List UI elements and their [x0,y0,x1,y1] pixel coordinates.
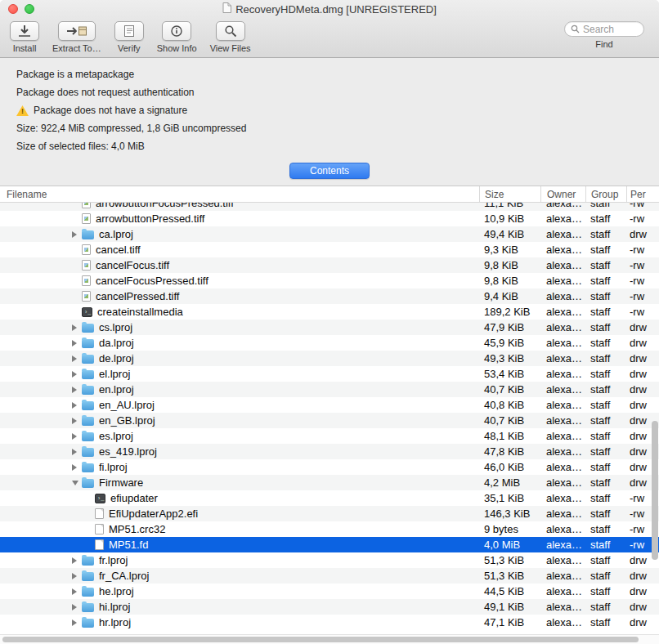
column-header-filename[interactable]: Filename [0,186,479,202]
table-row[interactable]: createinstallmedia189,2 KiBalexa…staff-r… [0,304,659,320]
size-cell: 9,3 KiB [479,244,540,256]
disclosure-triangle-icon[interactable] [72,340,82,347]
vertical-scrollbar-thumb[interactable] [652,421,658,560]
group-cell: staff [585,585,626,597]
table-row[interactable]: MP51.fd4,0 MiBalexa…staff-rw [0,537,659,552]
table-row[interactable]: ca.lproj49,4 KiBalexa…staffdrw [0,226,659,242]
close-button[interactable] [8,4,18,14]
size-cell: 40,7 KiB [479,414,540,427]
filename-label: efiupdater [110,492,158,504]
disclosure-triangle-icon[interactable] [72,557,82,564]
table-row[interactable]: de.lproj49,3 KiBalexa…staffdrw [0,351,659,366]
table-row[interactable]: fr.lproj51,3 KiBalexa…staffdrw [0,552,659,568]
table-row[interactable]: MP51.crc329 bytesalexa…staff-rw [0,521,659,537]
folder-icon [82,479,94,488]
table-row[interactable]: cancel.tiff9,3 KiBalexa…staff-rw [0,242,659,257]
disclosure-triangle-icon[interactable] [72,464,82,471]
permissions-cell: -rw [626,508,652,520]
table-row[interactable]: da.lproj45,9 KiBalexa…staffdrw [0,335,659,351]
horizontal-scrollbar-thumb[interactable] [2,637,639,642]
filename-label: arrowbuttonPressed.tiff [96,212,204,225]
disclosure-triangle-icon[interactable] [72,387,82,393]
folder-icon [82,603,94,612]
filename-label: he.lproj [99,585,134,597]
table-row[interactable]: he.lproj44,5 KiBalexa…staffdrw [0,584,659,599]
table-row[interactable]: cancelFocus.tiff9,8 KiBalexa…staff-rw [0,257,659,273]
tiff-file-icon [82,291,91,302]
owner-cell: alexa… [540,228,585,240]
view-files-icon [216,21,245,41]
app-window: RecoveryHDMeta.dmg [UNREGISTERED] Instal… [0,0,659,644]
permissions-cell: drw [626,585,652,597]
column-header-group[interactable]: Group [585,186,626,202]
group-cell: staff [585,508,626,520]
folder-icon [82,619,94,628]
table-row[interactable]: es_419.lproj47,8 KiBalexa…staffdrw [0,444,659,459]
table-row[interactable]: en.lproj40,7 KiBalexa…staffdrw [0,382,659,397]
group-cell: staff [585,290,626,302]
tiff-file-icon [82,260,91,271]
view-files-button[interactable]: View Files [210,21,251,53]
table-row[interactable]: es.lproj48,1 KiBalexa…staffdrw [0,428,659,444]
table-row[interactable]: efiupdater35,1 KiBalexa…staff-rw [0,490,659,506]
size-cell: 49,3 KiB [479,352,540,364]
permissions-cell: drw [626,414,652,427]
size-cell: 45,9 KiB [479,337,540,349]
disclosure-triangle-icon[interactable] [72,449,82,455]
column-header-owner[interactable]: Owner [540,186,585,202]
filename-cell: cancelFocusPressed.tiff [0,275,479,287]
disclosure-triangle-icon[interactable] [72,619,82,626]
disclosure-triangle-icon[interactable] [72,324,82,331]
disclosure-triangle-icon[interactable] [72,418,82,424]
tiff-file-icon [82,203,91,208]
filename-label: cancelFocusPressed.tiff [96,275,208,287]
group-cell: staff [585,321,626,333]
table-row[interactable]: fi.lproj46,0 KiBalexa…staffdrw [0,459,659,475]
show-info-button[interactable]: Show Info [157,21,197,53]
table-row[interactable]: el.lproj53,4 KiBalexa…staffdrw [0,366,659,382]
info-line-signature: Package does not have a signature [16,105,643,116]
table-row[interactable]: arrowbuttonPressed.tiff10,9 KiBalexa…sta… [0,211,659,226]
disclosure-triangle-icon[interactable] [72,356,82,362]
owner-cell: alexa… [540,601,585,613]
disclosure-triangle-icon[interactable] [72,481,82,485]
extract-to-button[interactable]: Extract To… [52,21,101,53]
verify-button[interactable]: Verify [114,21,144,53]
table-row[interactable]: hi.lproj49,1 KiBalexa…staffdrw [0,599,659,615]
contents-tab-button[interactable]: Contents [289,163,370,179]
disclosure-triangle-icon[interactable] [72,433,82,440]
size-cell: 10,9 KiB [479,212,540,225]
table-row[interactable]: arrowbuttonFocusPressed.tiff11,1 KiBalex… [0,203,659,211]
table-row[interactable]: EfiUpdaterApp2.efi146,3 KiBalexa…staff-r… [0,506,659,521]
table-row[interactable]: cancelFocusPressed.tiff9,8 KiBalexa…staf… [0,273,659,288]
package-info-panel: Package is a metapackage Package does no… [0,58,659,160]
zoom-button[interactable] [25,4,34,14]
disclosure-triangle-icon[interactable] [72,402,82,409]
disclosure-triangle-icon[interactable] [72,588,82,595]
table-row[interactable]: fr_CA.lproj51,3 KiBalexa…staffdrw [0,568,659,584]
size-cell: 189,2 KiB [479,306,540,318]
folder-icon [82,230,94,239]
table-row[interactable]: en_GB.lproj40,7 KiBalexa…staffdrw [0,413,659,428]
disclosure-triangle-icon[interactable] [72,604,82,610]
disclosure-triangle-icon[interactable] [72,573,82,579]
size-cell: 4,0 MiB [479,539,540,551]
column-header-permissions[interactable]: Per [626,186,652,202]
install-button[interactable]: Install [10,21,39,53]
column-header-size[interactable]: Size [479,186,540,202]
disclosure-triangle-icon[interactable] [72,371,82,378]
info-line-selected-size: Size of selected files: 4,0 MiB [16,141,643,152]
info-line-size: Size: 922,4 MiB compressed, 1,8 GiB unco… [16,123,643,134]
filename-cell: efiupdater [0,492,479,504]
search-input[interactable]: Search [564,21,644,37]
folder-icon [82,370,94,379]
group-cell: staff [585,399,626,411]
table-row[interactable]: en_AU.lproj40,8 KiBalexa…staffdrw [0,397,659,413]
table-row[interactable]: Firmware4,2 MiBalexa…staffdrw [0,475,659,490]
permissions-cell: drw [626,601,652,613]
table-row[interactable]: hr.lproj47,1 KiBalexa…staffdrw [0,615,659,630]
disclosure-triangle-icon[interactable] [72,231,82,238]
table-row[interactable]: cancelPressed.tiff9,4 KiBalexa…staff-rw [0,288,659,304]
horizontal-scrollbar[interactable] [0,634,659,644]
table-row[interactable]: cs.lproj47,9 KiBalexa…staffdrw [0,320,659,335]
